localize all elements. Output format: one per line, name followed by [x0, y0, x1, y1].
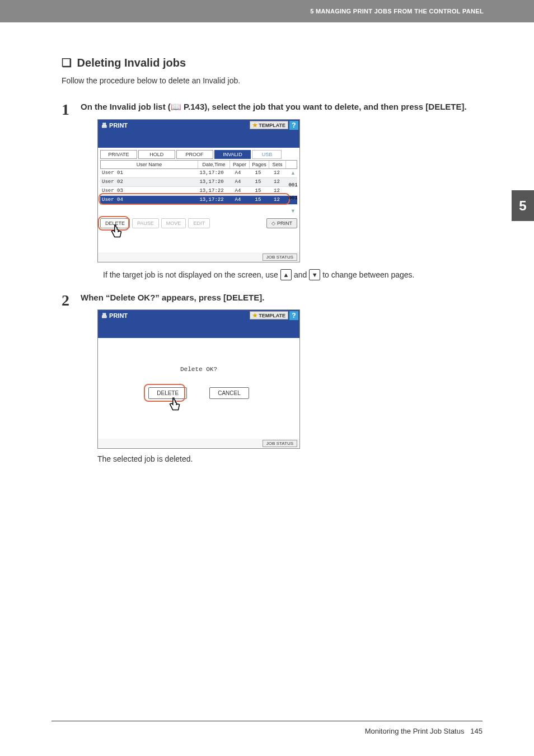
step-number: 1 — [62, 101, 73, 280]
job-status-button[interactable]: JOB STATUS — [263, 253, 297, 261]
confirm-message: Delete OK? — [180, 366, 217, 373]
page-footer: Monitoring the Print Job Status 145 — [51, 721, 483, 757]
template-button[interactable]: ★TEMPLATE — [250, 311, 288, 320]
printer-icon: 🖶 — [101, 122, 107, 129]
print-panel-invalid-list: 🖶 PRINT ★TEMPLATE ? PRIVATE HOLD PROOF I… — [97, 119, 300, 262]
page-header: 5 MANAGING PRINT JOBS FROM THE CONTROL P… — [0, 0, 534, 22]
tab-private[interactable]: PRIVATE — [100, 150, 137, 159]
print-panel-confirm: 🖶 PRINT ★TEMPLATE ? Delete OK? DELETE CA… — [97, 309, 300, 449]
step-number: 2 — [62, 292, 73, 463]
step-heading: When “Delete OK?” appears, press [DELETE… — [81, 292, 483, 304]
table-row-selected[interactable]: User 0413,17:22A41512 — [100, 196, 297, 205]
help-button[interactable]: ? — [289, 121, 298, 130]
book-icon: 📖 — [171, 101, 181, 114]
step-after-note: The selected job is deleted. — [97, 454, 483, 463]
section-title: ❏ Deleting Invalid jobs — [62, 56, 483, 69]
printer-icon: 🖶 — [101, 312, 107, 319]
table-header: User Name Date,Time Paper Pages Sets — [100, 160, 297, 169]
table-row[interactable]: User 0113,17:20A41512 — [100, 169, 297, 178]
step-note: If the target job is not displayed on th… — [103, 269, 483, 280]
template-button[interactable]: ★TEMPLATE — [250, 121, 288, 129]
intro-text: Follow the procedure below to delete an … — [62, 76, 483, 85]
cancel-button[interactable]: CANCEL — [209, 387, 249, 399]
star-icon: ★ — [252, 312, 257, 318]
tab-hold[interactable]: HOLD — [138, 150, 175, 159]
table-row[interactable]: User 0313,17:22A41512 — [100, 187, 297, 196]
tab-invalid[interactable]: INVALID — [214, 150, 251, 159]
chapter-tab: 5 — [512, 190, 534, 221]
scroll-up-icon[interactable]: ▲ — [291, 170, 296, 176]
page-down-icon: ▼ — [309, 269, 320, 280]
tab-usb[interactable]: USB — [252, 150, 282, 159]
step-2: 2 When “Delete OK?” appears, press [DELE… — [62, 292, 483, 463]
scroll-down-icon[interactable]: ▼ — [291, 208, 296, 214]
pointer-icon — [109, 224, 296, 245]
table-row[interactable]: User 0213,17:20A41512 — [100, 178, 297, 187]
job-status-button[interactable]: JOB STATUS — [263, 440, 297, 447]
chapter-label: 5 MANAGING PRINT JOBS FROM THE CONTROL P… — [310, 8, 484, 15]
step-heading: On the Invalid job list (📖 P.143), selec… — [81, 101, 483, 114]
step-1: 1 On the Invalid job list (📖 P.143), sel… — [62, 101, 483, 280]
pointer-icon — [167, 397, 182, 417]
tab-proof[interactable]: PROOF — [176, 150, 213, 159]
help-button[interactable]: ? — [289, 311, 298, 320]
page-up-icon: ▲ — [280, 269, 292, 280]
panel-title: 🖶 PRINT — [101, 312, 128, 319]
panel-title: 🖶 PRINT — [101, 122, 128, 129]
star-icon: ★ — [252, 122, 257, 128]
bullet-icon: ❏ — [62, 57, 72, 69]
